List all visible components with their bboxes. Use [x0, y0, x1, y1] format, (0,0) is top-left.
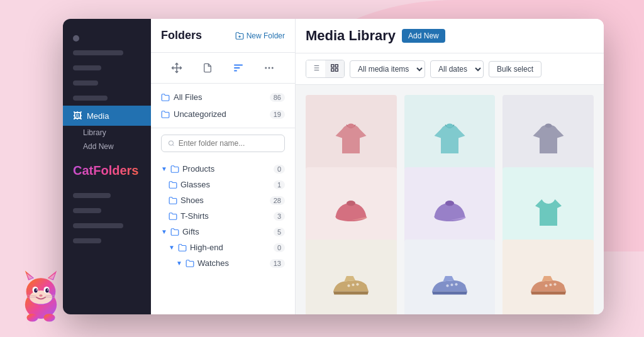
- svg-point-46: [34, 288, 37, 292]
- new-folder-label: New Folder: [247, 31, 285, 40]
- sidebar-bar-2: [73, 65, 101, 70]
- tshirts-label: T-Shirts: [180, 211, 209, 221]
- cat-mascot-svg: [13, 268, 69, 324]
- svg-point-55: [27, 314, 38, 322]
- shoes-1-svg: [329, 263, 373, 307]
- main-container: 🖼 Media Library Add New CatFolders Folde…: [63, 19, 604, 314]
- sidebar-item-placeholder-1[interactable]: [63, 75, 151, 91]
- sidebar-item-media[interactable]: 🖼 Media: [63, 106, 151, 126]
- gifts-folder-icon: [170, 228, 179, 236]
- folder-search-box[interactable]: [161, 135, 285, 152]
- media-item-shoes-3[interactable]: [502, 240, 594, 314]
- media-panel: Media Library Add New A: [296, 19, 604, 314]
- sidebar-addnew-link[interactable]: Add New: [63, 140, 151, 153]
- products-count: 0: [274, 165, 285, 174]
- glasses-label: Glasses: [180, 180, 210, 189]
- folder-search-input[interactable]: [179, 139, 278, 148]
- shoes-label: Shoes: [180, 196, 204, 205]
- watches-folder-icon: [186, 259, 194, 268]
- svg-point-56: [44, 314, 55, 322]
- sidebar-bar-4: [73, 208, 101, 213]
- svg-point-34: [545, 285, 547, 287]
- new-folder-icon: [235, 31, 244, 40]
- uncategorized-count: 19: [270, 110, 285, 119]
- svg-point-32: [450, 284, 453, 286]
- tree-item-shoes[interactable]: Shoes 28: [151, 192, 295, 208]
- svg-point-23: [545, 124, 552, 128]
- sidebar-dot-1: [73, 35, 79, 41]
- shoes-3-svg: [526, 263, 570, 307]
- folder-tree: ▼ Products 0 Glasses 1: [151, 158, 295, 314]
- svg-point-36: [553, 284, 556, 286]
- bulk-select-button[interactable]: Bulk select: [489, 61, 541, 77]
- shoes-count: 28: [270, 196, 285, 205]
- shoes-folder-icon: [169, 196, 177, 205]
- folders-header: Folders New Folder: [151, 19, 295, 53]
- cat-mascot: [13, 268, 69, 324]
- media-items-filter[interactable]: All media items: [350, 60, 425, 78]
- svg-point-31: [446, 285, 448, 287]
- all-files-label: All Files: [174, 92, 203, 102]
- dates-filter[interactable]: All dates: [430, 60, 484, 78]
- glasses-folder-icon: [169, 180, 177, 189]
- svg-point-29: [352, 284, 355, 286]
- list-view-button[interactable]: [306, 60, 325, 77]
- svg-point-21: [348, 124, 355, 128]
- svg-point-49: [47, 289, 48, 290]
- all-files-count: 86: [270, 93, 285, 102]
- svg-point-10: [169, 141, 173, 145]
- all-files-item[interactable]: All Files 86: [161, 89, 285, 106]
- toolbar-more-icon[interactable]: [260, 59, 278, 77]
- tree-item-tshirts[interactable]: T-Shirts 3: [151, 208, 295, 224]
- media-toolbar: All media items All dates Bulk select: [296, 53, 604, 85]
- svg-point-7: [265, 67, 267, 69]
- svg-point-35: [549, 284, 552, 286]
- search-icon: [168, 140, 175, 147]
- svg-point-28: [348, 285, 350, 287]
- add-new-button[interactable]: Add New: [402, 29, 445, 43]
- toolbar-sort-icon[interactable]: [230, 59, 247, 77]
- new-folder-button[interactable]: New Folder: [235, 31, 285, 40]
- svg-rect-17: [331, 65, 334, 67]
- gifts-count: 5: [274, 228, 285, 236]
- folders-title: Folders: [161, 29, 202, 42]
- highend-folder-icon: [178, 243, 187, 252]
- hoodie-pink-svg: [329, 118, 373, 162]
- products-label: Products: [182, 164, 214, 174]
- watches-expand-icon: ▼: [176, 260, 182, 267]
- uncategorized-icon: [161, 110, 170, 119]
- svg-point-48: [36, 289, 37, 290]
- catfolders-brand: CatFolders: [63, 153, 151, 188]
- tree-item-highend[interactable]: ▼ High-end 0: [151, 240, 295, 255]
- products-folder-icon: [170, 165, 179, 174]
- uncategorized-label: Uncategorized: [174, 109, 226, 119]
- svg-point-47: [45, 288, 48, 292]
- cap-pink-svg: [329, 191, 373, 235]
- grid-view-button[interactable]: [325, 60, 344, 77]
- tree-item-gifts[interactable]: ▼ Gifts 5: [151, 224, 295, 240]
- sidebar-bar-5: [73, 223, 123, 228]
- svg-point-5: [269, 67, 270, 69]
- tshirt-teal-svg: [526, 191, 570, 235]
- uncategorized-item[interactable]: Uncategorized 19: [161, 106, 285, 123]
- highend-count: 0: [274, 243, 285, 252]
- toolbar-file-icon[interactable]: [199, 59, 216, 77]
- media-item-shoes-2[interactable]: [404, 240, 496, 314]
- tree-item-glasses[interactable]: Glasses 1: [151, 177, 295, 192]
- hoodie-teal-svg: [428, 118, 472, 162]
- folders-panel: Folders New Folder: [151, 19, 296, 314]
- media-icon: 🖼: [73, 111, 82, 121]
- svg-point-22: [446, 124, 453, 128]
- toolbar-move-icon[interactable]: [168, 59, 186, 77]
- tree-item-watches[interactable]: ▼ Watches 13: [151, 255, 295, 271]
- svg-rect-18: [335, 65, 338, 67]
- sidebar-item-placeholder-2[interactable]: [63, 91, 151, 106]
- watches-label: Watches: [197, 258, 229, 268]
- wp-sidebar: 🖼 Media Library Add New CatFolders: [63, 19, 151, 314]
- highend-expand-icon: ▼: [169, 244, 175, 251]
- media-item-shoes-1[interactable]: [306, 240, 397, 314]
- sidebar-bar-3: [73, 193, 111, 198]
- grid-view-icon: [330, 64, 339, 72]
- sidebar-library-link[interactable]: Library: [63, 126, 151, 140]
- tree-item-products[interactable]: ▼ Products 0: [151, 161, 295, 177]
